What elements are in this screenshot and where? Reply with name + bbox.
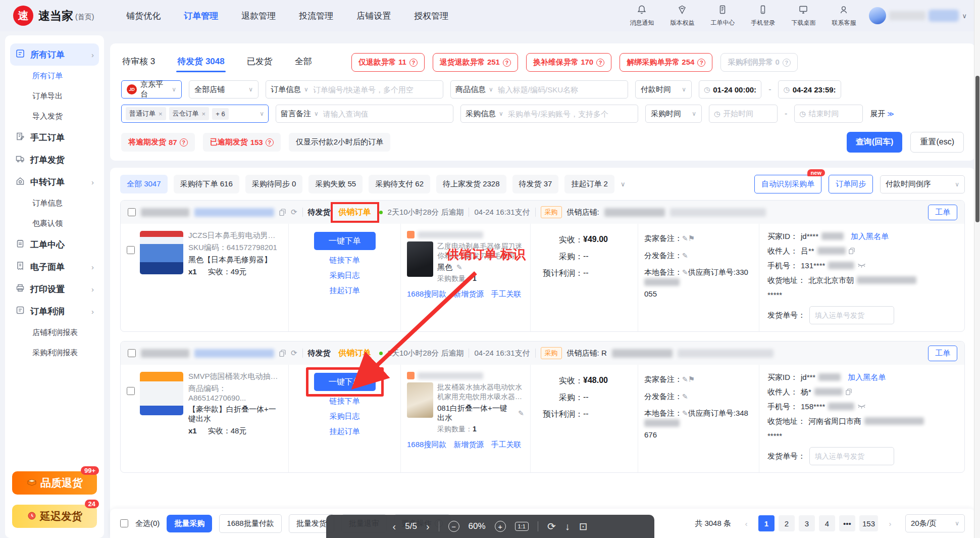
purchase-log-link[interactable]: 采购日志 [330,271,360,280]
nav-shop-settings[interactable]: 店铺设置 [356,10,391,22]
order-checkbox[interactable] [128,208,136,216]
pay-time-field-select[interactable]: 付款时间 ∨ [635,80,692,99]
refresh-icon[interactable]: ⟳ [291,208,297,217]
sort-select[interactable]: 付款时间倒序 ∨ [880,175,965,193]
sidebar-item-all-orders[interactable]: 所有订单 › [10,43,99,66]
order-checkbox[interactable] [128,349,136,357]
refresh-icon[interactable]: ⟳ [291,349,297,358]
actual-size-icon[interactable]: 1:1 [515,522,529,531]
delay-shipping-promo[interactable]: 延迟发货 24 [12,505,97,528]
notifications-button[interactable]: 消息通知 [630,4,654,27]
sidebar-item-order-profit[interactable]: 订单利润 › [10,300,99,322]
eye-closed-icon[interactable] [857,404,866,409]
sidebar-item-order-info[interactable]: 订单信息 [10,193,99,213]
product-info-field-select[interactable]: 商品信息∨ [451,85,498,94]
product-checkbox[interactable] [127,246,135,254]
batch-1688-pay-button[interactable]: 1688批量付款 [219,514,281,533]
phone-login-button[interactable]: 手机登录 [751,4,775,27]
contact-support-button[interactable]: 联系客服 [832,4,856,27]
chevron-down-icon[interactable]: ∨ [621,180,626,188]
status-tab-pending-pay[interactable]: 采购待支付 62 [369,175,430,193]
scrollbar-track[interactable] [974,0,980,538]
edit-pencil-icon[interactable]: ✎ [682,234,688,242]
expand-filters-link[interactable]: 展开≫ [870,109,894,119]
add-source-link[interactable]: 新增货源 [453,440,484,450]
blacklist-link[interactable]: 加入黑名单 [848,372,886,382]
zoom-out-icon[interactable]: − [448,521,459,532]
sidebar-item-import-shipping[interactable]: 导入发货 [10,106,99,126]
tab-pending-review[interactable]: 待审核 3 [121,51,156,74]
remark-input[interactable] [323,110,453,118]
order-type-tag-more[interactable]: + 6 [212,108,228,120]
remark-field-select[interactable]: 留言备注∨ [276,109,323,119]
copy-icon[interactable] [849,248,855,255]
edit-pencil-icon[interactable]: ✎ [682,393,688,401]
order-type-tag-normal[interactable]: 普通订单× [126,107,166,120]
tab-pending-ship[interactable]: 待发货 3048 [176,51,226,74]
status-tab-all[interactable]: 全部 3047 [120,175,168,193]
nav-order-management[interactable]: 订单管理 [184,10,218,22]
nav-refund-management[interactable]: 退款管理 [241,10,276,22]
nav-traffic-management[interactable]: 投流管理 [299,10,333,22]
will-overdue-chip[interactable]: 将逾期发货87? [121,133,195,152]
copy-icon[interactable] [279,350,286,357]
sidebar-item-shop-profit-report[interactable]: 店铺利润报表 [10,322,99,343]
auto-recognize-purchase-button[interactable]: 自动识别采购单new [754,175,821,193]
purchase-title[interactable]: 批发桶装水抽水器电动饮水机家用充电饮用水吸水器自动折叠上水器 [437,382,524,402]
edit-pencil-icon[interactable]: ✎ [682,409,688,417]
page-4[interactable]: 4 [819,515,835,531]
sidebar-item-ticket-center[interactable]: 工单中心 [10,233,99,256]
sidebar-item-package-claim[interactable]: 包裹认领 [10,213,99,233]
close-icon[interactable]: × [202,110,206,118]
scrollbar-thumb[interactable] [975,76,979,222]
platform-select[interactable]: JD 京东平台 ∨ [121,80,182,99]
copy-icon[interactable] [846,388,852,396]
select-all-checkbox[interactable] [120,519,128,527]
status-tab-pending-sync[interactable]: 采购待同步 0 [245,175,303,193]
purchase-time-start-input[interactable]: ◷开始时间 [709,105,778,123]
tab-all[interactable]: 全部 [294,51,313,74]
page-153[interactable]: 153 [859,515,878,531]
edit-pencil-icon[interactable]: ✎ [456,263,462,271]
batch-purchase-button[interactable]: 批量采购 [167,515,212,532]
overdue-chip[interactable]: 已逾期发货153? [203,133,281,152]
viewer-next-icon[interactable]: › [426,521,430,532]
eye-closed-icon[interactable] [857,263,866,268]
paid-2h-chip[interactable]: 仅显示付款2小时后的订单 [289,133,390,152]
status-tab-failed[interactable]: 采购失败 55 [308,175,363,193]
nav-listing-optimize[interactable]: 铺货优化 [126,10,161,22]
ticket-center-button[interactable]: 工单中心 [710,4,735,27]
edit-pencil-icon[interactable]: ✎ [682,252,688,260]
sidebar-item-print-settings[interactable]: 打印设置 › [10,278,99,300]
refund-only-exception-button[interactable]: 仅退款异常 11? [351,53,425,72]
purchase-info-input[interactable] [508,110,638,118]
download-icon[interactable]: ↓ [565,521,570,532]
page-ellipsis[interactable]: ••• [839,515,855,531]
purchase-title[interactable]: 乙度电动剃鼻毛器修眉刀迷你剃须刀鬓发刀鼻毛修剪器刮胡刀 [437,241,524,261]
flag-icon[interactable]: ⚑ [688,375,695,383]
display-icon[interactable]: ⊡ [579,520,588,532]
query-button[interactable]: 查询(回车) [847,132,903,153]
sidebar-item-print-ship[interactable]: 打单发货 [10,149,99,171]
product-title[interactable]: SMVP德国桶装水电动抽水... [188,372,282,381]
select-all-label[interactable]: 全选(0) [135,519,160,528]
blacklist-link[interactable]: 加入黑名单 [851,231,889,241]
purchase-time-end-input[interactable]: ◷结束时间 [794,105,863,123]
page-1[interactable]: 1 [758,515,775,531]
link-order-link[interactable]: 链接下单 [330,397,360,406]
pay-time-start-input[interactable]: ◷01-24 00:00: [699,80,761,99]
shop-select[interactable]: 全部店铺 ∨ [189,80,259,99]
product-checkbox[interactable] [127,387,135,395]
page-size-select[interactable]: 20条/页 ∨ [905,514,965,532]
order-info-field-select[interactable]: 订单信息∨ [266,85,313,94]
status-tab-held[interactable]: 挂起订单 2 [564,175,614,193]
search-1688-link[interactable]: 1688搜同款 [407,289,446,299]
manual-associate-link[interactable]: 手工关联 [491,289,521,299]
product-info-input[interactable] [498,85,628,94]
order-type-multiselect[interactable]: 普通订单× 云仓订单× + 6 ∨ [121,105,269,123]
pay-time-end-input[interactable]: ◷04-24 23:59: [778,80,841,99]
order-sync-button[interactable]: 订单同步 [829,175,873,193]
add-source-link[interactable]: 新增货源 [453,289,484,299]
reset-button[interactable]: 重置(esc) [910,132,964,153]
zoom-in-icon[interactable]: + [495,521,506,532]
